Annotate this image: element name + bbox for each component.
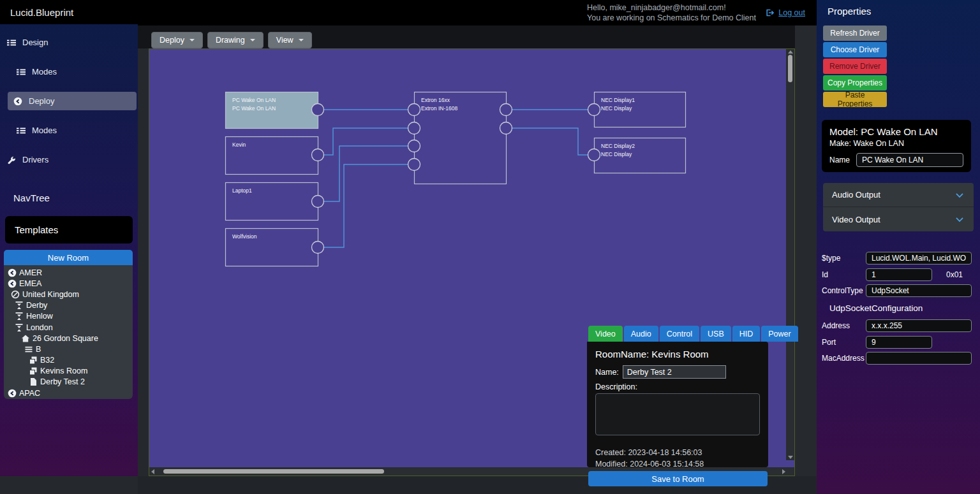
globe-back-icon	[8, 279, 17, 288]
canvas-node-kevin[interactable]: Kevin	[226, 137, 318, 175]
accordion-label: Audio Output	[832, 190, 880, 200]
caret-down-icon	[189, 39, 195, 41]
scroll-up-arrow[interactable]	[788, 50, 793, 54]
canvas-toolbar: DeployDrawingView	[151, 32, 312, 48]
canvas-node-laptop1[interactable]: Laptop1	[226, 183, 318, 221]
tree-item-amer[interactable]: AMER	[4, 267, 133, 278]
paste-properties-button[interactable]: Paste Properties	[823, 92, 887, 107]
canvas-node-nec-display1[interactable]: NEC Display1NEC Display	[595, 92, 686, 127]
node-subtitle: Extron IN-1608	[421, 105, 457, 112]
sidebar-item-modes[interactable]: Modes	[0, 62, 137, 81]
connector-port[interactable]	[312, 104, 324, 116]
save-to-room-button[interactable]: Save to Room	[588, 471, 768, 486]
tab-hid[interactable]: HID	[732, 326, 761, 342]
address-field[interactable]	[866, 319, 972, 332]
connector-port[interactable]	[500, 122, 512, 134]
port-field[interactable]	[866, 336, 932, 349]
tree-item-label: London	[26, 323, 53, 332]
room-panel: RoomName: Kevins Room Name: Description:…	[587, 342, 768, 467]
tree-item-b32[interactable]: B32	[4, 355, 133, 366]
tree-item-label: B	[36, 345, 41, 354]
greeting-line1: Hello, mike_ninjabadger@hotmail.com!	[587, 3, 756, 13]
house-icon	[21, 334, 30, 343]
connector-port[interactable]	[312, 149, 324, 161]
connection-wire[interactable]	[506, 128, 594, 155]
scroll-right-arrow[interactable]	[782, 469, 785, 474]
choose-driver-button[interactable]: Choose Driver	[823, 42, 887, 57]
sidebar-item-deploy[interactable]: Deploy	[8, 92, 137, 110]
vertical-scrollbar-thumb[interactable]	[788, 55, 792, 82]
field-label: Address	[822, 321, 866, 330]
tree-item-united-kingdom[interactable]: United Kingdom	[4, 289, 133, 300]
sidebar-item-modes[interactable]: Modes	[0, 121, 137, 140]
layers-icon	[29, 356, 38, 365]
connection-wire[interactable]	[318, 164, 414, 247]
remove-driver-button[interactable]: Remove Driver	[823, 59, 887, 74]
description-textarea[interactable]	[595, 393, 760, 435]
tab-control[interactable]: Control	[660, 326, 699, 342]
connection-wire[interactable]	[318, 146, 414, 201]
connector-port[interactable]	[588, 149, 600, 161]
accordion-audio-output[interactable]: Audio Output	[823, 183, 974, 207]
id-field[interactable]	[866, 268, 932, 281]
horizontal-scrollbar-thumb[interactable]	[163, 469, 384, 474]
exit-icon-slot	[765, 8, 774, 17]
vertical-scrollbar[interactable]	[786, 49, 794, 460]
tree-item-b[interactable]: B	[4, 344, 133, 354]
tree-item-label: Kevins Room	[40, 367, 87, 375]
drawing-menu-button[interactable]: Drawing	[207, 32, 264, 48]
connector-port[interactable]	[408, 122, 420, 134]
connector-port[interactable]	[312, 196, 324, 208]
canvas-node-nec-display2[interactable]: NEC Display2NEC Display	[595, 138, 686, 173]
connector-port[interactable]	[500, 104, 512, 116]
canvas-node-pc-wake-on-lan[interactable]: PC Wake On LANPC Wake On LAN	[226, 92, 318, 129]
room-name-input[interactable]	[623, 365, 726, 379]
canvas-node-extron[interactable]: Extron 16xxExtron IN-1608	[415, 92, 507, 184]
templates-button[interactable]: Templates	[5, 216, 133, 243]
scroll-down-arrow[interactable]	[788, 456, 793, 459]
deploy-menu-button[interactable]: Deploy	[151, 32, 203, 48]
tab-video[interactable]: Video	[588, 326, 623, 342]
tree-item-london[interactable]: London	[4, 322, 133, 333]
tab-power[interactable]: Power	[761, 326, 798, 342]
node-title: Extron 16xx	[421, 97, 450, 103]
model-name-input[interactable]	[856, 153, 963, 167]
tree-item-label: EMEA	[19, 279, 41, 288]
scroll-left-arrow[interactable]	[151, 469, 154, 474]
tree-item-26-gordon-square[interactable]: 26 Gordon Square	[4, 333, 133, 344]
tree-item-henlow[interactable]: Henlow	[4, 311, 133, 322]
type-field[interactable]	[866, 252, 972, 265]
connection-wire[interactable]	[318, 128, 414, 155]
tree-item-apac[interactable]: APAC	[4, 388, 133, 398]
tree-item-derby-test-2[interactable]: Derby Test 2	[4, 377, 133, 388]
controltype-field[interactable]	[866, 284, 972, 297]
new-room-button[interactable]: New Room	[4, 250, 133, 265]
connector-port[interactable]	[408, 159, 420, 171]
room-name-title: RoomName: Kevins Room	[595, 349, 760, 360]
tree-item-kevins-room[interactable]: Kevins Room	[4, 366, 133, 377]
connector-port[interactable]	[312, 242, 324, 254]
logout-link[interactable]: Log out	[765, 0, 805, 25]
connector-port[interactable]	[588, 104, 600, 116]
copy-properties-button[interactable]: Copy Properties	[823, 75, 887, 91]
connector-port[interactable]	[408, 104, 420, 116]
tree-item-label: B32	[40, 356, 54, 365]
accordion-video-output[interactable]: Video Output	[823, 207, 974, 231]
sidebar-item-design[interactable]: Design	[0, 33, 137, 52]
tree-item-label: AMER	[19, 268, 42, 277]
canvas-node-wolfvision[interactable]: Wolfvision	[226, 229, 318, 266]
caret-down-icon	[250, 39, 255, 41]
tab-audio[interactable]: Audio	[624, 326, 658, 342]
refresh-driver-button[interactable]: Refresh Driver	[823, 25, 887, 41]
sidebar-item-label: Drivers	[22, 155, 48, 164]
macaddress-field[interactable]	[866, 352, 972, 365]
view-menu-button[interactable]: View	[268, 32, 312, 48]
list-icon	[7, 38, 16, 47]
tab-usb[interactable]: USB	[701, 326, 731, 342]
tree-item-emea[interactable]: EMEA	[4, 278, 133, 289]
connector-port[interactable]	[408, 140, 420, 152]
sidebar-item-drivers[interactable]: Drivers	[0, 150, 137, 169]
room-tabs: VideoAudioControlUSBHIDPower	[588, 326, 798, 342]
tree-item-derby[interactable]: Derby	[4, 300, 133, 311]
tree-item-label: Henlow	[26, 312, 53, 321]
